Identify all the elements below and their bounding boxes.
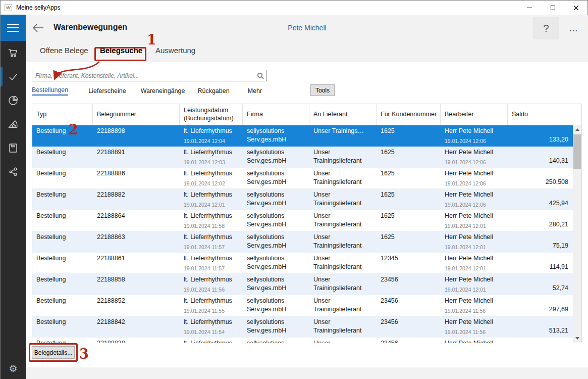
filter-bestellungen[interactable]: Bestellungen bbox=[32, 86, 68, 96]
cell-typ: Bestellung bbox=[32, 295, 93, 316]
more-options-button[interactable]: … bbox=[562, 17, 584, 39]
cell-saldo: 52,74 bbox=[508, 274, 573, 295]
filter-rueckgaben[interactable]: Rückgaben bbox=[197, 87, 229, 94]
cell-lieferant: UnserTrainingslieferant bbox=[309, 147, 377, 167]
cell-lieferant: UnserTrainingslieferant bbox=[309, 274, 377, 295]
sidebar-item-statistics[interactable] bbox=[1, 88, 26, 112]
cell-firma: sellysolutionsServ.ges.mbH bbox=[243, 147, 309, 167]
table-scrollbar[interactable] bbox=[573, 125, 581, 343]
cell-firma: sellysolutionsServ.ges.mbH bbox=[243, 168, 309, 188]
maximize-icon bbox=[551, 6, 555, 10]
cell-kundennummer: 23456 bbox=[377, 316, 441, 337]
table-body: Bestellung 22188898 lt. Lieferrhythmus19… bbox=[32, 125, 573, 343]
titlebar: W Meine sellyApps bbox=[1, 1, 587, 15]
help-icon: ? bbox=[543, 23, 549, 34]
cell-saldo: 75,19 bbox=[508, 231, 573, 252]
cell-leistungsdatum: lt. Lieferrhythmus19.01.2024 11:54 bbox=[180, 316, 243, 337]
maximize-button[interactable] bbox=[541, 1, 564, 15]
table-row[interactable]: Bestellung 22188898 lt. Lieferrhythmus19… bbox=[32, 125, 573, 147]
cell-kundennummer: 23456 bbox=[377, 295, 441, 316]
settings-button[interactable]: ⚙ bbox=[1, 358, 26, 378]
col-bearbeiter[interactable]: Bearbeiter bbox=[441, 104, 508, 125]
cell-bearbeiter: Herr Pete Michell19.01.2024 12:06 bbox=[441, 147, 508, 167]
scrollbar-thumb[interactable] bbox=[573, 134, 581, 169]
table-row[interactable]: Bestellung 22188891 lt. Lieferrhythmus19… bbox=[32, 147, 573, 168]
cell-kundennummer: 23456 bbox=[377, 338, 441, 343]
filter-lieferscheine[interactable]: Lieferscheine bbox=[88, 87, 126, 94]
cell-leistungsdatum: lt. Lieferrhythmus19.01.2024 12:02 bbox=[180, 168, 243, 188]
sidebar-item-network[interactable] bbox=[1, 160, 26, 183]
cell-saldo: 140,31 bbox=[508, 147, 573, 167]
filter-row: Bestellungen Lieferscheine Wareneingänge… bbox=[32, 85, 262, 97]
col-typ[interactable]: Typ bbox=[32, 104, 93, 125]
cell-leistungsdatum: lt. Lieferrhythmus19.01.2024 12:04 bbox=[180, 125, 243, 146]
sidebar-item-journal[interactable] bbox=[1, 136, 26, 160]
cell-typ: Bestellung bbox=[32, 231, 93, 252]
table-row[interactable]: Bestellung 22188864 lt. Lieferrhythmus19… bbox=[32, 210, 573, 231]
cell-bearbeiter: Herr Pete Michell19.01.2024 12:06 bbox=[441, 125, 508, 146]
main-area: Warenbewegungen Pete Michell ? … Offene … bbox=[26, 15, 588, 379]
table-row[interactable]: Bestellung 22188863 lt. Lieferrhythmus19… bbox=[32, 231, 573, 253]
scroll-up-icon[interactable] bbox=[573, 125, 581, 134]
table-row[interactable]: Bestellung 22188886 lt. Lieferrhythmus19… bbox=[32, 168, 573, 189]
help-button[interactable]: ? bbox=[533, 17, 559, 39]
cell-belegnummer: 22188898 bbox=[93, 125, 180, 146]
table-row[interactable]: Bestellung 22188861 lt. Lieferrhythmus19… bbox=[32, 253, 573, 274]
search-button[interactable] bbox=[254, 72, 266, 79]
cell-lieferant: Unser Trainings… bbox=[309, 125, 377, 146]
cell-leistungsdatum: lt. Lieferrhythmus19.01.2024 11:57 bbox=[180, 231, 243, 252]
belegdetails-button[interactable]: Belegdetails... bbox=[32, 346, 75, 359]
table-header: Typ Belegnummer Leistungsdatum (Buchungs… bbox=[32, 104, 573, 125]
table-row[interactable]: Bestellung 22188842 lt. Lieferrhythmus19… bbox=[32, 316, 573, 338]
table-row[interactable]: Bestellung 22188858 lt. Lieferrhythmus19… bbox=[32, 274, 573, 295]
hamburger-menu-button[interactable] bbox=[1, 15, 26, 41]
cell-lieferant: UnserTrainingslieferant bbox=[309, 168, 377, 188]
table-row[interactable]: Bestellung 22188882 lt. Lieferrhythmus19… bbox=[32, 189, 573, 210]
tab-strip: Offene Belege Belegsuche Auswertung bbox=[26, 41, 588, 62]
col-an-lieferant[interactable]: An Lieferant bbox=[309, 104, 377, 125]
tab-offene-belege[interactable]: Offene Belege bbox=[40, 46, 88, 55]
col-belegnummer[interactable]: Belegnummer bbox=[93, 104, 180, 125]
sidebar-item-catalog[interactable] bbox=[1, 112, 26, 136]
app-window: W Meine sellyApps bbox=[0, 0, 588, 379]
col-kundennummer[interactable]: Für Kundennummer bbox=[377, 104, 441, 125]
cell-firma: sellysolutionsServ.ges.mbH bbox=[243, 253, 309, 273]
cell-typ: Bestellung bbox=[32, 210, 93, 231]
cell-leistungsdatum: lt. Lieferrhythmus19.01.2024 12:01 bbox=[180, 189, 243, 210]
col-saldo[interactable]: Saldo bbox=[508, 104, 573, 125]
cell-kundennummer: 23456 bbox=[377, 274, 441, 295]
cell-saldo: 114,91 bbox=[508, 253, 573, 273]
sidebar-item-orders[interactable] bbox=[1, 65, 26, 88]
col-firma[interactable]: Firma bbox=[243, 104, 309, 125]
filter-wareneingaenge[interactable]: Wareneingänge bbox=[141, 87, 185, 94]
cell-firma: sellysolutionsServ.ges.mbH bbox=[243, 125, 309, 146]
close-icon bbox=[573, 5, 579, 11]
cell-belegnummer: 22188886 bbox=[93, 168, 180, 188]
search-icon bbox=[257, 72, 264, 79]
cell-leistungsdatum: lt. Lieferrhythmus bbox=[180, 338, 243, 343]
close-button[interactable] bbox=[564, 1, 587, 15]
share-icon bbox=[8, 166, 19, 177]
cell-lieferant: UnserTrainingslieferant bbox=[309, 189, 377, 210]
filter-mehr[interactable]: Mehr bbox=[248, 87, 262, 94]
current-user[interactable]: Pete Michell bbox=[26, 24, 588, 32]
cell-saldo: 280,21 bbox=[508, 210, 573, 231]
tools-button[interactable]: Tools bbox=[310, 84, 335, 96]
table-row[interactable]: Bestellung 22188838 lt. Lieferrhythmus s… bbox=[32, 338, 573, 343]
scroll-down-icon[interactable] bbox=[573, 334, 581, 343]
tab-belegsuche[interactable]: Belegsuche bbox=[100, 46, 142, 55]
tab-auswertung[interactable]: Auswertung bbox=[155, 46, 195, 55]
footer-strip bbox=[26, 367, 588, 379]
cell-saldo: 133,20 bbox=[508, 125, 573, 146]
col-leistungsdatum[interactable]: Leistungsdatum (Buchungsdatum) bbox=[180, 104, 243, 125]
minimize-button[interactable] bbox=[518, 1, 541, 15]
checkmark-icon bbox=[8, 71, 19, 82]
cell-saldo: 513,21 bbox=[508, 316, 573, 337]
table-row[interactable]: Bestellung 22188852 lt. Lieferrhythmus19… bbox=[32, 295, 573, 316]
sidebar-item-cart[interactable] bbox=[1, 41, 26, 65]
cell-belegnummer: 22188852 bbox=[93, 295, 180, 316]
search-input[interactable] bbox=[32, 72, 254, 79]
cell-belegnummer: 22188863 bbox=[93, 231, 180, 252]
cell-saldo: 297,69 bbox=[508, 295, 573, 316]
cell-kundennummer: 1625 bbox=[377, 168, 441, 188]
